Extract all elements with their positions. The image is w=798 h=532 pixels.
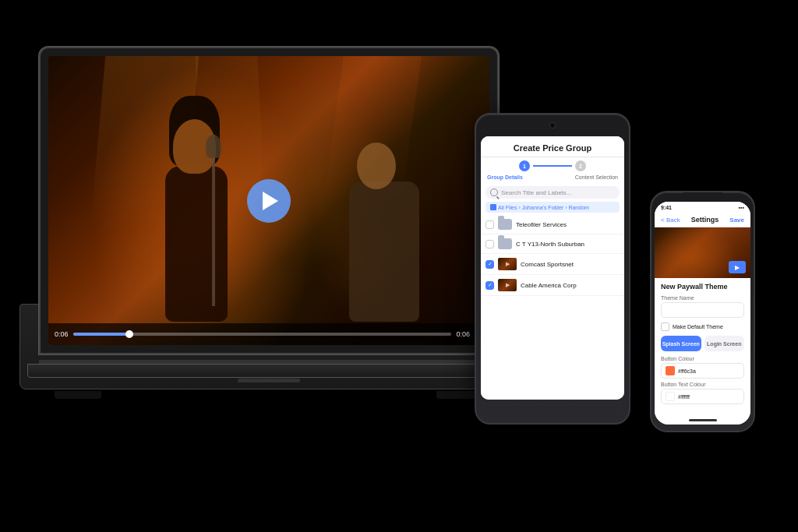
signal-icon: ▪▪▪ — [739, 205, 744, 210]
phone-header: < Back Settings Save — [655, 213, 750, 227]
default-theme-label: Make Default Theme — [673, 324, 723, 329]
video-progress-fill — [73, 333, 130, 336]
folder-icon — [498, 238, 512, 249]
default-theme-checkbox[interactable] — [661, 322, 669, 331]
phone-status-icons: ▪▪▪ — [739, 205, 744, 210]
laptop-video-content: 0:06 0:06 ⛶ — [48, 56, 489, 345]
step-1-label: Group Details — [487, 174, 523, 180]
tablet-camera — [549, 122, 556, 129]
step-labels: Group Details Content Selection — [481, 174, 624, 183]
phone-save-button[interactable]: Save — [729, 217, 744, 224]
guitarist-head — [357, 143, 396, 189]
phone: 9:41 ▪▪▪ < Back Settings Save ▶ — [650, 191, 755, 432]
table-row[interactable]: C T Y13-North Suburban — [481, 234, 624, 254]
phone-notch — [683, 192, 722, 202]
video-controls: 0:06 0:06 ⛶ — [48, 323, 489, 345]
phone-header-title: Settings — [691, 216, 719, 224]
tablet-file-list: Teleofiler Services C T Y13-North Suburb… — [481, 215, 624, 296]
file-name-3: Comcast Sportsnet — [521, 261, 620, 268]
theme-name-label: Theme Name — [661, 295, 744, 301]
folder-icon — [498, 219, 512, 230]
guitarist-body — [349, 181, 419, 322]
tablet: Create Price Group 1 2 Group Details — [475, 113, 630, 425]
phone-back-button[interactable]: < Back — [661, 217, 680, 224]
laptop-base — [27, 364, 510, 378]
video-progress-thumb — [125, 330, 133, 338]
file-name-2: C T Y13-North Suburban — [516, 241, 620, 248]
button-colour-picker[interactable]: #ff6c3a — [661, 363, 744, 379]
laptop: 0:06 0:06 ⛶ — [39, 47, 522, 452]
tablet-stepper: 1 2 — [481, 157, 624, 174]
login-screen-tab[interactable]: Login Screen — [704, 336, 745, 351]
breadcrumb-text: All Files › Johanna's Folder › Random — [498, 205, 589, 210]
phone-body: 9:41 ▪▪▪ < Back Settings Save ▶ — [650, 191, 755, 432]
file-name-1: Teleofiler Services — [516, 221, 620, 228]
button-text-colour-picker[interactable]: #ffffff — [661, 389, 744, 404]
folder-icon — [490, 204, 496, 210]
laptop-foot-left — [55, 391, 101, 399]
laptop-screen: 0:06 0:06 ⛶ — [48, 56, 489, 345]
button-colour-value: #ff6c3a — [678, 368, 696, 374]
guitarist-silhouette — [334, 135, 443, 322]
tablet-title: Create Price Group — [487, 143, 618, 153]
button-text-colour-value: #ffffff — [678, 394, 690, 400]
video-time-current: 0:06 — [55, 330, 69, 338]
button-colour-swatch — [666, 366, 675, 375]
tablet-ui: Create Price Group 1 2 Group Details — [481, 136, 624, 400]
file-checkbox-2[interactable] — [486, 240, 494, 248]
video-play-button[interactable] — [247, 179, 291, 223]
default-theme-row: Make Default Theme — [661, 322, 744, 331]
scene: 0:06 0:06 ⛶ — [0, 0, 798, 532]
screen-tab-group: Splash Screen Login Screen — [661, 336, 744, 351]
phone-video-play-button[interactable]: ▶ — [729, 261, 746, 273]
button-text-colour-swatch — [666, 392, 675, 401]
phone-video-thumbnail: ▶ — [655, 227, 750, 278]
theme-name-input[interactable] — [661, 302, 744, 318]
video-thumbnail — [498, 258, 517, 270]
video-progress-track[interactable] — [73, 333, 452, 336]
phone-section-title: New Paywall Theme — [661, 283, 744, 291]
table-row[interactable]: Cable America Corp — [481, 275, 624, 296]
step-2-dot: 2 — [575, 160, 586, 171]
laptop-screen-bezel: 0:06 0:06 ⛶ — [39, 47, 499, 354]
mic-stand — [212, 135, 215, 306]
phone-ui: 9:41 ▪▪▪ < Back Settings Save ▶ — [655, 202, 750, 425]
singer-body — [165, 166, 228, 322]
step-line — [533, 165, 572, 167]
search-icon — [490, 188, 498, 196]
step-1-dot: 1 — [519, 160, 530, 171]
tablet-search-bar[interactable]: Search Title and Labels... — [486, 186, 620, 199]
tablet-breadcrumb[interactable]: All Files › Johanna's Folder › Random — [486, 202, 620, 213]
table-row[interactable]: Comcast Sportsnet — [481, 254, 624, 275]
tablet-header: Create Price Group — [481, 136, 624, 157]
phone-status-bar: 9:41 ▪▪▪ — [655, 202, 750, 213]
splash-screen-tab[interactable]: Splash Screen — [661, 336, 701, 351]
file-checkbox-1[interactable] — [486, 220, 494, 229]
tablet-screen: Create Price Group 1 2 Group Details — [481, 136, 624, 400]
step-2-label: Content Selection — [575, 174, 618, 180]
file-checkbox-3[interactable] — [486, 260, 494, 269]
button-text-colour-label: Button Text Colour — [661, 382, 744, 387]
phone-paywall-section: New Paywall Theme Theme Name Make Defaul… — [655, 278, 750, 412]
file-checkbox-4[interactable] — [486, 281, 494, 290]
search-placeholder: Search Title and Labels... — [501, 189, 571, 196]
phone-home-indicator — [689, 419, 717, 421]
phone-screen: 9:41 ▪▪▪ < Back Settings Save ▶ — [655, 202, 750, 425]
table-row[interactable]: Teleofiler Services — [481, 215, 624, 234]
video-time-total: 0:06 — [456, 330, 470, 338]
file-name-4: Cable America Corp — [521, 282, 620, 289]
phone-time: 9:41 — [661, 205, 672, 210]
button-colour-label: Button Colour — [661, 356, 744, 361]
tablet-body: Create Price Group 1 2 Group Details — [475, 113, 630, 425]
video-thumbnail — [498, 279, 517, 291]
